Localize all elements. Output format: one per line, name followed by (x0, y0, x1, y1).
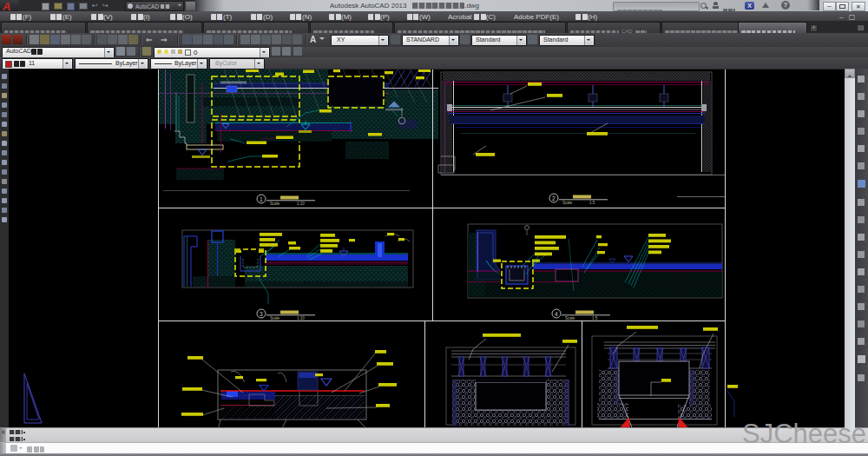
svg-text:Scale: Scale (270, 316, 280, 321)
svg-text:Scale: Scale (565, 316, 575, 321)
svg-text:Scale: Scale (270, 202, 280, 206)
svg-text:Scale: Scale (562, 201, 573, 205)
svg-text:1:5: 1:5 (589, 201, 595, 205)
svg-text:1:5: 1:5 (592, 316, 598, 321)
svg-text:3: 3 (260, 311, 263, 317)
svg-text:4: 4 (555, 311, 558, 317)
svg-text:1: 1 (260, 196, 263, 202)
svg-text:1:10: 1:10 (297, 202, 305, 206)
svg-text:1:10: 1:10 (297, 316, 305, 321)
svg-text:2: 2 (552, 195, 556, 202)
